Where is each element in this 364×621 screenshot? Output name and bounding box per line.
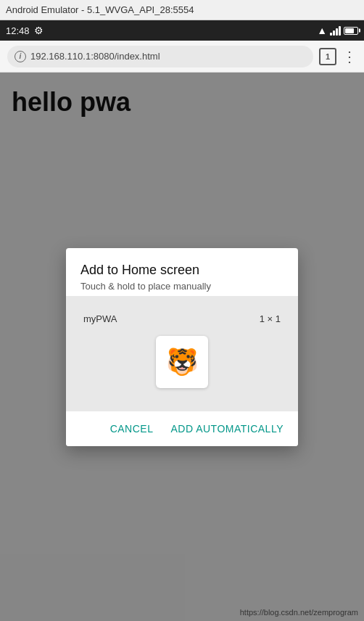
info-icon[interactable]: i <box>15 51 26 62</box>
battery-fill <box>345 28 354 33</box>
tab-count-icon[interactable]: 1 <box>319 48 336 65</box>
status-left: 12:48 ⚙ <box>6 25 44 36</box>
app-icon-wrapper: 🐯 <box>156 336 208 388</box>
signal-bar-3 <box>336 28 338 36</box>
app-name-label: myPWA <box>83 313 117 324</box>
time-display: 12:48 <box>6 25 30 36</box>
status-right: ▲ <box>317 25 358 36</box>
signal-bar-4 <box>339 26 341 36</box>
app-info-row: myPWA 1 × 1 <box>80 313 284 324</box>
address-bar: i 192.168.110.1:8080/index.html 1 ⋮ <box>0 41 364 73</box>
app-icon: 🐯 <box>166 347 199 377</box>
title-bar: Android Emulator - 5.1_WVGA_API_28:5554 <box>0 0 364 20</box>
app-size-label: 1 × 1 <box>260 313 281 324</box>
signal-icon <box>330 25 341 36</box>
wifi-icon: ▲ <box>317 25 327 36</box>
app-icon-row: 🐯 <box>80 330 284 394</box>
dialog-title: Add to Home screen <box>80 263 284 278</box>
dialog-subtitle: Touch & hold to place manually <box>80 281 284 292</box>
battery-icon <box>344 27 358 35</box>
cancel-button[interactable]: CANCEL <box>107 419 157 439</box>
url-text: 192.168.110.1:8080/index.html <box>30 51 160 62</box>
page-content: hello pwa https://blog.csdn.net/zemprogr… <box>0 73 364 621</box>
dialog-overlay: Add to Home screen Touch & hold to place… <box>0 73 364 621</box>
dialog-content: myPWA 1 × 1 🐯 <box>66 296 298 411</box>
add-automatically-button[interactable]: ADD AUTOMATICALLY <box>167 419 286 439</box>
signal-bar-1 <box>330 33 332 36</box>
settings-icon[interactable]: ⚙ <box>34 25 44 36</box>
add-to-homescreen-dialog: Add to Home screen Touch & hold to place… <box>66 248 298 446</box>
url-pill[interactable]: i 192.168.110.1:8080/index.html <box>7 46 313 67</box>
dialog-content-inner: myPWA 1 × 1 🐯 <box>80 308 284 400</box>
status-bar: 12:48 ⚙ ▲ <box>0 20 364 41</box>
dialog-actions: CANCEL ADD AUTOMATICALLY <box>66 411 298 446</box>
title-bar-text: Android Emulator - 5.1_WVGA_API_28:5554 <box>6 4 194 15</box>
signal-bar-2 <box>333 30 335 36</box>
more-options-icon[interactable]: ⋮ <box>342 49 357 64</box>
dialog-header: Add to Home screen Touch & hold to place… <box>66 248 298 296</box>
